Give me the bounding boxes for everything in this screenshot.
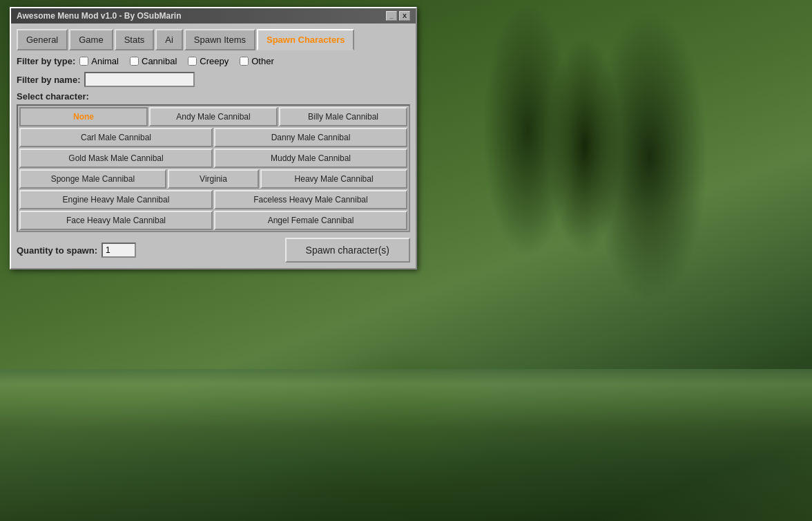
char-btn-face-heavy[interactable]: Face Heavy Male Cannibal bbox=[19, 211, 213, 230]
character-grid[interactable]: None Andy Male Cannibal Billy Male Canni… bbox=[17, 104, 410, 232]
tab-spawn-items[interactable]: Spawn Items bbox=[184, 29, 255, 50]
tab-general[interactable]: General bbox=[17, 29, 68, 50]
char-btn-carl[interactable]: Carl Male Cannibal bbox=[19, 128, 213, 147]
char-btn-billy[interactable]: Billy Male Cannibal bbox=[279, 107, 407, 126]
spawn-button[interactable]: Spawn character(s) bbox=[285, 238, 410, 263]
filter-name-row: Filter by name: bbox=[17, 72, 410, 87]
char-btn-faceless-heavy[interactable]: Faceless Heavy Male Cannibal bbox=[214, 190, 407, 209]
animal-checkbox-input[interactable] bbox=[79, 57, 88, 66]
filter-creepy-checkbox[interactable]: Creepy bbox=[188, 56, 229, 66]
title-bar: Awesome Menu Mod v1.0 - By OSubMarin _ X bbox=[11, 8, 416, 23]
select-character-label: Select character: bbox=[17, 91, 410, 102]
bottom-bar: Quantity to spawn: Spawn character(s) bbox=[17, 238, 410, 263]
animal-label: Animal bbox=[91, 56, 119, 66]
cannibal-label: Cannibal bbox=[142, 56, 177, 66]
char-row-3: Gold Mask Male Cannibal Muddy Male Canni… bbox=[19, 149, 407, 168]
filter-type-section: Filter by type: Animal Cannibal Creepy bbox=[17, 56, 410, 66]
char-btn-sponge[interactable]: Sponge Male Cannibal bbox=[19, 169, 166, 189]
char-btn-gold-mask[interactable]: Gold Mask Male Cannibal bbox=[19, 149, 213, 168]
char-row-5: Engine Heavy Male Cannibal Faceless Heav… bbox=[19, 190, 407, 209]
char-row-6: Face Heavy Male Cannibal Angel Female Ca… bbox=[19, 211, 407, 230]
filter-name-label: Filter by name: bbox=[17, 75, 80, 85]
char-btn-danny[interactable]: Danny Male Cannibal bbox=[214, 128, 407, 147]
char-btn-heavy[interactable]: Heavy Male Cannibal bbox=[260, 169, 407, 189]
other-label: Other bbox=[251, 56, 274, 66]
minimize-button[interactable]: _ bbox=[386, 11, 397, 21]
window-title: Awesome Menu Mod v1.0 - By OSubMarin bbox=[17, 11, 182, 21]
char-row-4: Sponge Male Cannibal Virginia Heavy Male… bbox=[19, 169, 407, 189]
char-btn-angel-female[interactable]: Angel Female Cannibal bbox=[214, 211, 407, 230]
main-window: Awesome Menu Mod v1.0 - By OSubMarin _ X… bbox=[10, 7, 417, 269]
filter-cannibal-checkbox[interactable]: Cannibal bbox=[130, 56, 177, 66]
title-bar-buttons: _ X bbox=[386, 11, 410, 21]
tab-stats[interactable]: Stats bbox=[115, 29, 155, 50]
quantity-label: Quantity to spawn: bbox=[17, 245, 97, 256]
char-btn-virginia[interactable]: Virginia bbox=[168, 169, 259, 189]
other-checkbox-input[interactable] bbox=[240, 57, 249, 66]
filter-animal-checkbox[interactable]: Animal bbox=[79, 56, 119, 66]
tab-game[interactable]: Game bbox=[69, 29, 113, 50]
filter-type-row: Filter by type: Animal Cannibal Creepy bbox=[17, 56, 410, 66]
char-row-1: None Andy Male Cannibal Billy Male Canni… bbox=[19, 107, 407, 126]
quantity-section: Quantity to spawn: bbox=[17, 243, 136, 258]
filter-type-checkboxes: Animal Cannibal Creepy Other bbox=[79, 56, 274, 66]
quantity-input[interactable] bbox=[102, 243, 136, 258]
tab-spawn-characters[interactable]: Spawn Characters bbox=[257, 29, 354, 50]
filter-name-input[interactable] bbox=[84, 72, 195, 87]
creepy-label: Creepy bbox=[200, 56, 229, 66]
char-btn-engine-heavy[interactable]: Engine Heavy Male Cannibal bbox=[19, 190, 213, 209]
char-btn-muddy[interactable]: Muddy Male Cannibal bbox=[214, 149, 407, 168]
char-btn-none[interactable]: None bbox=[19, 107, 148, 126]
filter-other-checkbox[interactable]: Other bbox=[240, 56, 274, 66]
tab-bar: General Game Stats Ai Spawn Items Spawn … bbox=[17, 29, 410, 50]
filter-type-label: Filter by type: bbox=[17, 56, 75, 66]
tab-ai[interactable]: Ai bbox=[155, 29, 183, 50]
cannibal-checkbox-input[interactable] bbox=[130, 57, 139, 66]
window-content: General Game Stats Ai Spawn Items Spawn … bbox=[11, 23, 416, 268]
creepy-checkbox-input[interactable] bbox=[188, 57, 197, 66]
char-btn-andy[interactable]: Andy Male Cannibal bbox=[149, 107, 278, 126]
char-row-2: Carl Male Cannibal Danny Male Cannibal bbox=[19, 128, 407, 147]
close-button[interactable]: X bbox=[399, 11, 410, 21]
